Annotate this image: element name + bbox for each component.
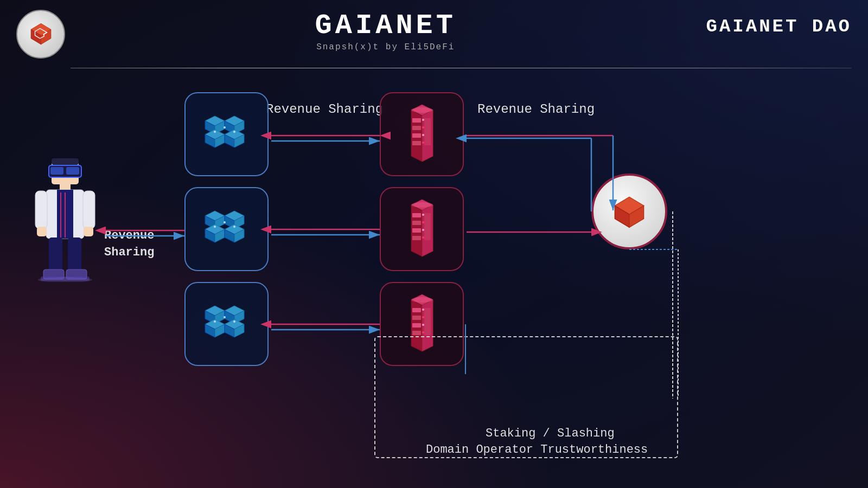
svg-point-67 <box>214 320 216 323</box>
label-revenue-top: Revenue Sharing <box>266 102 383 117</box>
svg-rect-99 <box>412 308 421 312</box>
svg-point-54 <box>233 226 235 228</box>
svg-point-104 <box>422 316 424 318</box>
svg-point-52 <box>214 226 216 228</box>
svg-rect-81 <box>424 118 431 145</box>
header: GAIANET Snapsh(x)t by Eli5DeFi GAIANET D… <box>0 0 868 68</box>
logo-circle <box>16 10 65 59</box>
svg-rect-8 <box>66 167 79 175</box>
svg-rect-9 <box>52 158 79 165</box>
svg-point-68 <box>224 316 226 318</box>
svg-rect-88 <box>412 228 421 233</box>
svg-rect-100 <box>412 316 421 320</box>
node-server-1 <box>380 92 464 176</box>
svg-point-82 <box>411 107 433 113</box>
node-server-2 <box>380 187 464 271</box>
node-cluster-1 <box>184 92 269 176</box>
svg-rect-73 <box>412 118 421 123</box>
svg-point-103 <box>422 309 424 311</box>
svg-point-39 <box>233 131 235 133</box>
svg-rect-86 <box>412 213 421 217</box>
svg-point-37 <box>214 131 216 133</box>
svg-point-106 <box>422 331 424 333</box>
svg-point-77 <box>422 119 424 121</box>
svg-point-108 <box>411 297 433 303</box>
character-figure <box>33 157 98 282</box>
svg-point-53 <box>224 221 226 223</box>
svg-rect-18 <box>84 227 93 236</box>
header-subtitle: Snapsh(x)t by Eli5DeFi <box>316 42 455 52</box>
header-title: GAIANET <box>315 12 456 40</box>
svg-rect-10 <box>60 184 71 190</box>
header-dao-label: GAIANET DAO <box>706 10 852 37</box>
logo-icon <box>26 20 56 49</box>
main-content: GAIANET Snapsh(x)t by Eli5DeFi GAIANET D… <box>0 0 868 488</box>
svg-rect-19 <box>49 237 62 273</box>
svg-point-91 <box>422 221 424 223</box>
svg-point-79 <box>422 134 424 136</box>
svg-rect-101 <box>412 323 421 328</box>
svg-point-78 <box>422 126 424 129</box>
svg-rect-15 <box>35 191 47 229</box>
svg-rect-75 <box>412 133 421 138</box>
svg-rect-17 <box>37 227 47 236</box>
svg-rect-20 <box>68 237 81 273</box>
header-center: GAIANET Snapsh(x)t by Eli5DeFi <box>65 10 706 52</box>
dao-logo-icon <box>608 190 651 233</box>
svg-point-93 <box>422 236 424 239</box>
svg-rect-94 <box>424 213 431 240</box>
svg-point-80 <box>422 142 424 144</box>
svg-point-105 <box>422 324 424 326</box>
svg-point-69 <box>233 320 235 323</box>
svg-rect-7 <box>50 167 63 175</box>
svg-point-95 <box>411 202 433 208</box>
diagram-area: RevenueSharing Revenue Sharing Revenue S… <box>0 70 868 488</box>
svg-rect-87 <box>412 221 421 225</box>
node-cluster-2 <box>184 187 269 271</box>
svg-rect-74 <box>412 126 421 130</box>
svg-rect-102 <box>412 331 421 335</box>
label-revenue-right: Revenue Sharing <box>477 102 595 117</box>
label-revenue-left: RevenueSharing <box>104 228 154 261</box>
svg-rect-16 <box>83 191 95 229</box>
svg-point-90 <box>422 214 424 216</box>
dao-circle <box>591 174 667 249</box>
label-domain: Domain Operator Trustworthiness <box>426 443 648 457</box>
node-cluster-3 <box>184 282 269 366</box>
svg-point-92 <box>422 229 424 231</box>
label-staking: Staking / Slashing <box>486 427 615 440</box>
svg-rect-76 <box>412 141 421 145</box>
header-divider <box>71 68 852 68</box>
svg-rect-89 <box>412 236 421 240</box>
svg-point-38 <box>224 126 226 129</box>
svg-rect-107 <box>424 308 431 335</box>
